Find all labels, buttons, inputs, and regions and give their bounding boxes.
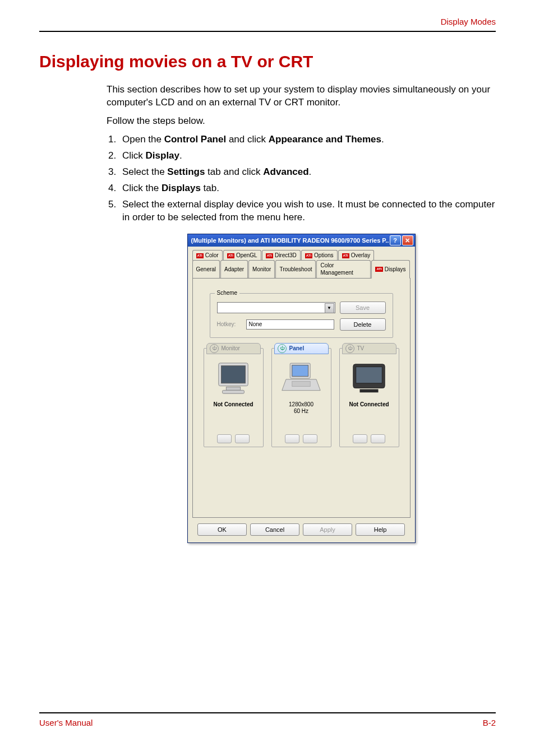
- body-text: This section describes how to set up you…: [107, 84, 496, 543]
- ati-logo-icon: ATI: [266, 253, 273, 258]
- display-footer: [353, 434, 385, 443]
- chevron-down-icon[interactable]: ▼: [325, 303, 334, 313]
- tab-troubleshoot[interactable]: Troubleshoot: [275, 260, 316, 278]
- power-icon[interactable]: ⏻: [345, 344, 354, 353]
- display-status-label: 1280x800 60 Hz: [289, 401, 313, 415]
- svg-rect-1: [222, 366, 246, 383]
- bold-appearance-themes: Appearance and Themes: [269, 134, 381, 145]
- bold-displays: Displays: [162, 183, 201, 193]
- step-5: Select the external display device you w…: [119, 198, 496, 224]
- apply-button[interactable]: Apply: [303, 523, 352, 536]
- display-status-label: Not Connected: [349, 401, 389, 408]
- display-header-panel[interactable]: ⏻ Panel: [274, 343, 329, 354]
- bold-advanced: Advanced: [263, 166, 308, 177]
- ati-logo-icon: ATI: [305, 253, 312, 258]
- footer-right: B-2: [483, 718, 496, 727]
- bold-control-panel: Control Panel: [164, 134, 227, 145]
- ati-logo-icon: ATI: [342, 253, 349, 258]
- mini-button-right[interactable]: [303, 434, 317, 443]
- tab-options[interactable]: ATIOptions: [301, 250, 338, 261]
- help-button[interactable]: Help: [356, 523, 405, 536]
- ok-button[interactable]: OK: [197, 523, 247, 536]
- display-name-label: Panel: [289, 345, 305, 353]
- footer-rule: [39, 712, 496, 713]
- dialog-button-row: OK Cancel Apply Help: [188, 518, 415, 542]
- tab-overlay[interactable]: ATIOverlay: [338, 250, 375, 261]
- laptop-icon: [281, 360, 321, 398]
- cancel-button[interactable]: Cancel: [250, 523, 299, 536]
- steps-list: Open the Control Panel and click Appeara…: [107, 133, 496, 224]
- svg-rect-7: [292, 381, 310, 386]
- display-footer: [217, 434, 250, 443]
- step-4: Click the Displays tab.: [119, 182, 496, 195]
- tab-row-upper: ATIColor ATIOpenGL ATIDirect3D ATIOption…: [192, 250, 411, 261]
- tab-opengl[interactable]: ATIOpenGL: [223, 250, 261, 261]
- step-3: Select the Settings tab and click Advanc…: [119, 166, 496, 179]
- close-button[interactable]: ✕: [402, 235, 413, 245]
- bold-display: Display: [146, 150, 179, 161]
- scheme-group: Scheme ▼ Save Hotkey: None Delete: [210, 293, 393, 338]
- display-name-label: TV: [357, 345, 365, 353]
- help-button[interactable]: ?: [390, 235, 401, 245]
- footer-left: User's Manual: [39, 718, 93, 727]
- mini-button-right[interactable]: [371, 434, 385, 443]
- svg-rect-3: [223, 390, 245, 393]
- tv-icon: [349, 360, 389, 398]
- ati-logo-icon: ATI: [375, 267, 382, 272]
- header-rule: [39, 31, 496, 32]
- ati-logo-icon: ATI: [227, 253, 234, 258]
- display-footer: [285, 434, 317, 443]
- mini-button-left[interactable]: [217, 434, 232, 443]
- display-card-tv[interactable]: ⏻ TV: [339, 348, 399, 447]
- svg-rect-2: [226, 387, 240, 391]
- tab-adapter[interactable]: Adapter: [220, 260, 248, 278]
- dialog-titlebar[interactable]: (Multiple Monitors) and ATI MOBILITY RAD…: [188, 234, 415, 247]
- hotkey-input[interactable]: None: [246, 319, 334, 330]
- tab-panel-displays: Scheme ▼ Save Hotkey: None Delete: [192, 278, 411, 518]
- intro-paragraph-2: Follow the steps below.: [107, 115, 496, 128]
- crt-monitor-icon: [213, 360, 253, 398]
- display-header-tv[interactable]: ⏻ TV: [342, 343, 396, 354]
- display-card-panel[interactable]: ⏻ Panel: [271, 348, 331, 447]
- displays-row: ⏻ Monitor: [201, 348, 402, 447]
- dialog-title: (Multiple Monitors) and ATI MOBILITY RAD…: [191, 236, 389, 245]
- bold-settings: Settings: [167, 166, 205, 177]
- page-header-label: Display Modes: [39, 17, 496, 31]
- step-2: Click Display.: [119, 150, 496, 163]
- svg-rect-9: [356, 367, 382, 383]
- svg-rect-10: [359, 389, 378, 392]
- tab-displays[interactable]: ATIDisplays: [371, 260, 409, 279]
- display-status-label: Not Connected: [213, 401, 253, 408]
- mini-button-left[interactable]: [353, 434, 367, 443]
- save-button[interactable]: Save: [340, 302, 386, 314]
- mini-button-left[interactable]: [285, 434, 299, 443]
- page-title: Displaying movies on a TV or CRT: [39, 52, 496, 71]
- properties-dialog: (Multiple Monitors) and ATI MOBILITY RAD…: [187, 234, 416, 543]
- intro-paragraph-1: This section describes how to set up you…: [107, 84, 496, 109]
- display-card-monitor[interactable]: ⏻ Monitor: [204, 348, 264, 447]
- power-icon[interactable]: ⏻: [278, 344, 287, 353]
- mini-button-right[interactable]: [235, 434, 250, 443]
- tab-general[interactable]: General: [192, 260, 220, 278]
- tab-color[interactable]: ATIColor: [192, 250, 223, 261]
- tabs-area: ATIColor ATIOpenGL ATIDirect3D ATIOption…: [188, 247, 415, 518]
- tab-monitor[interactable]: Monitor: [248, 260, 275, 278]
- tab-color-management[interactable]: Color Management: [316, 260, 371, 278]
- tab-row-lower: General Adapter Monitor Troubleshoot Col…: [192, 260, 411, 278]
- display-name-label: Monitor: [222, 345, 240, 353]
- scheme-legend: Scheme: [215, 289, 240, 297]
- step-1: Open the Control Panel and click Appeara…: [119, 133, 496, 146]
- power-icon[interactable]: ⏻: [210, 344, 219, 353]
- delete-button[interactable]: Delete: [340, 318, 386, 331]
- ati-logo-icon: ATI: [196, 253, 204, 258]
- scheme-combo[interactable]: ▼: [217, 302, 335, 313]
- display-header-monitor[interactable]: ⏻ Monitor: [206, 343, 261, 354]
- hotkey-label: Hotkey:: [217, 321, 241, 328]
- svg-rect-5: [292, 365, 308, 377]
- tab-direct3d[interactable]: ATIDirect3D: [262, 250, 301, 261]
- page-footer: User's Manual B-2: [39, 708, 496, 727]
